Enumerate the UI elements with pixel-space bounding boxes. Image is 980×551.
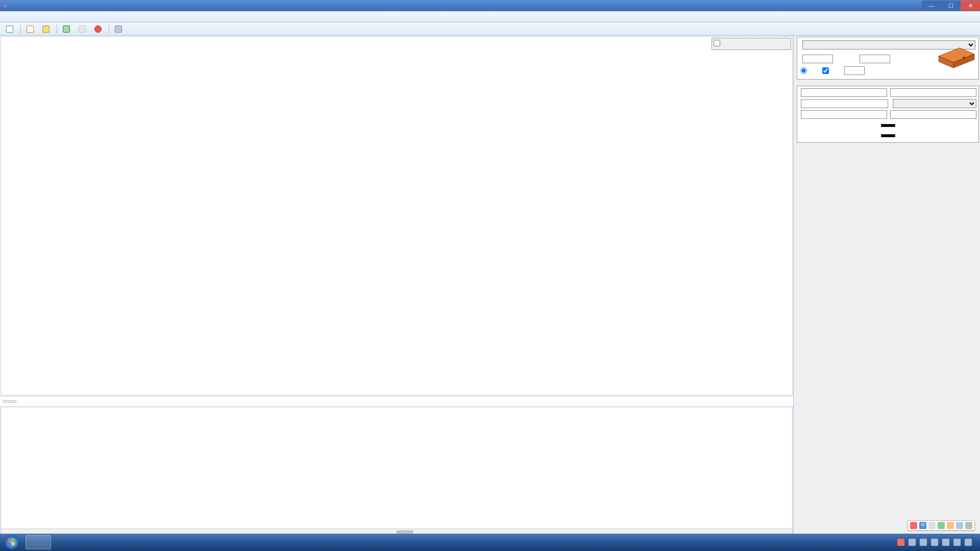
menu-bar bbox=[0, 11, 980, 22]
ime-login-icon bbox=[956, 522, 963, 529]
toolbar bbox=[0, 22, 980, 36]
maximize-button[interactable]: ☐ bbox=[941, 1, 961, 11]
tray-volume-icon[interactable] bbox=[953, 539, 961, 546]
testpoint-box bbox=[797, 86, 979, 143]
ime-menu-icon bbox=[965, 522, 972, 529]
close-button[interactable]: ✕ bbox=[961, 1, 980, 11]
del-dat-button[interactable] bbox=[91, 24, 106, 34]
system-tray bbox=[897, 539, 980, 546]
new-ind-icon bbox=[6, 26, 13, 33]
n1-input[interactable] bbox=[802, 55, 833, 63]
taskbar-app[interactable] bbox=[26, 535, 51, 549]
sampleno-input[interactable] bbox=[801, 88, 887, 97]
ime-bar[interactable]: 中 bbox=[908, 520, 975, 531]
delete-icon bbox=[94, 26, 102, 33]
start-button[interactable] bbox=[0, 534, 23, 551]
svg-rect-8 bbox=[12, 542, 15, 545]
refresh-icon bbox=[63, 26, 70, 33]
sample-info-box bbox=[797, 37, 979, 80]
fast-mode-checkbox[interactable] bbox=[822, 67, 829, 74]
operator-input[interactable] bbox=[801, 110, 887, 119]
testdate-select[interactable] bbox=[893, 99, 977, 108]
ime-s-icon bbox=[910, 522, 917, 529]
new-ind-button[interactable] bbox=[3, 24, 18, 34]
tray-s-icon[interactable] bbox=[897, 539, 904, 546]
print-preview-button[interactable] bbox=[112, 24, 127, 34]
tray-network-icon[interactable] bbox=[942, 539, 949, 546]
ime-punct-icon bbox=[928, 522, 936, 529]
sampling-wave-tab-bar bbox=[0, 396, 793, 406]
taskbar bbox=[0, 534, 980, 551]
data-table bbox=[1, 407, 793, 537]
svg-point-3 bbox=[963, 57, 965, 59]
testtemp-input[interactable] bbox=[801, 99, 888, 108]
remarks-input[interactable] bbox=[890, 110, 976, 119]
svg-rect-6 bbox=[12, 539, 15, 542]
lcd-display-a bbox=[881, 134, 895, 137]
analog-impact-radio[interactable] bbox=[800, 67, 807, 74]
sorting-checkbox[interactable] bbox=[714, 40, 720, 46]
refresh-dat-button[interactable] bbox=[60, 24, 75, 34]
n2-input[interactable] bbox=[860, 55, 890, 63]
tray-flag-icon[interactable] bbox=[920, 539, 927, 546]
sample-3d-icon bbox=[935, 39, 976, 69]
open-file-button[interactable] bbox=[39, 24, 54, 34]
save-dat-button[interactable] bbox=[76, 24, 90, 34]
ime-kbd-icon bbox=[938, 522, 945, 529]
lcd-display-mwb bbox=[881, 124, 895, 127]
tray-help-icon[interactable] bbox=[909, 539, 916, 546]
print-icon bbox=[115, 26, 122, 33]
sampling-wave-tab[interactable] bbox=[3, 400, 16, 403]
app-logo-icon: ▸ bbox=[4, 3, 7, 9]
parameter-sorting-panel bbox=[712, 38, 791, 50]
svg-point-4 bbox=[5, 536, 19, 549]
tray-cloud-icon[interactable] bbox=[931, 539, 938, 546]
svg-rect-7 bbox=[8, 542, 11, 545]
right-panel bbox=[794, 36, 980, 549]
new-dat-icon bbox=[27, 26, 34, 33]
new-dat-button[interactable] bbox=[23, 24, 38, 34]
ime-zh-icon: 中 bbox=[919, 522, 926, 529]
waveform-chart bbox=[1, 37, 792, 395]
svg-rect-5 bbox=[8, 539, 11, 542]
save-icon bbox=[79, 26, 86, 33]
ime-face-icon bbox=[947, 522, 954, 529]
tsw-input[interactable] bbox=[844, 66, 865, 75]
title-bar: ▸ — ☐ ✕ bbox=[0, 0, 980, 11]
tray-battery-icon[interactable] bbox=[965, 539, 972, 546]
minimize-button[interactable]: — bbox=[922, 1, 941, 11]
open-file-icon bbox=[42, 26, 50, 33]
graph-area[interactable] bbox=[1, 36, 793, 395]
matename-input[interactable] bbox=[890, 88, 976, 97]
